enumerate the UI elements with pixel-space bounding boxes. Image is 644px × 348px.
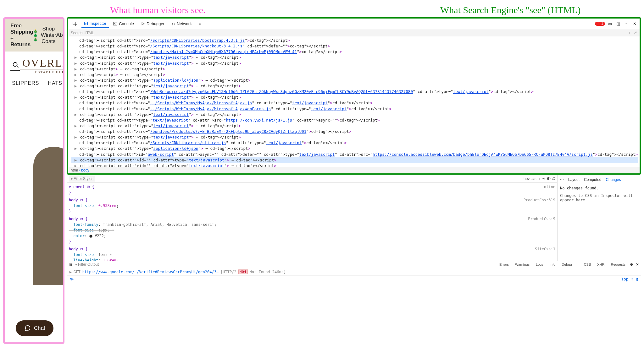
- promo-link-about[interactable]: About: [56, 32, 64, 38]
- tab-computed[interactable]: Computed: [584, 177, 601, 182]
- inspector-picker-icon[interactable]: [70, 20, 80, 27]
- filter-requests[interactable]: Requests: [609, 262, 627, 267]
- search-html-input[interactable]: Search HTML: [71, 31, 94, 35]
- website-panel: Free Shipping + Returns 🎄🌲🎄 Shop Winter …: [3, 17, 64, 344]
- brand-logo[interactable]: OVERLAND ESTABLISHED 1973: [20, 57, 64, 74]
- dom-breadcrumb[interactable]: html › body: [68, 167, 640, 173]
- chat-button[interactable]: Chat: [16, 320, 53, 336]
- caption-human: What human visitors see.: [110, 5, 205, 15]
- filter-xhr[interactable]: XHR: [595, 262, 606, 267]
- tab-changes[interactable]: Changes: [606, 177, 621, 182]
- svg-point-0: [13, 62, 17, 66]
- svg-marker-12: [142, 22, 144, 25]
- devtools-tabs: Inspector Console Debugger ↑↓ Network » …: [68, 19, 640, 29]
- console-log-row[interactable]: ▶ GET https://www.google.com/_/VerifiedR…: [67, 268, 641, 275]
- nav-slippers[interactable]: SLIPPERS: [12, 80, 39, 97]
- search-box[interactable]: [10, 60, 20, 71]
- execution-context[interactable]: Top: [621, 277, 628, 281]
- tree-icon: 🎄🌲🎄: [33, 29, 38, 41]
- expand-icon[interactable]: ⤢: [634, 30, 637, 35]
- tab-console[interactable]: Console: [111, 20, 136, 27]
- devtools-panel: Inspector Console Debugger ↑↓ Network » …: [67, 17, 641, 344]
- clear-console-icon[interactable]: 🗑: [69, 262, 73, 267]
- changes-hint-text: Changes to CSS in Inspector will appear …: [560, 193, 638, 202]
- promo-bar: Free Shipping + Returns 🎄🌲🎄 Shop Winter …: [5, 19, 63, 52]
- console-prompt[interactable]: ≫: [69, 277, 74, 281]
- filter-styles-input[interactable]: ▾ Filter Styles: [69, 176, 95, 182]
- close-devtools-icon[interactable]: ✕: [632, 21, 638, 26]
- filter-output-input[interactable]: Filter Output: [78, 262, 99, 267]
- filter-debug[interactable]: Debug: [560, 262, 574, 267]
- chat-icon: [24, 325, 31, 332]
- css-rules-pane[interactable]: inlineelement ⧉ {}ProductCss:319body ⧉ {…: [67, 183, 557, 261]
- svg-line-1: [17, 66, 19, 68]
- tab-inspector[interactable]: Inspector: [81, 20, 109, 28]
- console-url: https://www.google.com/_/VerifiedReviews…: [82, 270, 219, 274]
- main-nav: WOMEN MEN COATS & JACKETS BOOTS SLIPPERS…: [5, 75, 63, 103]
- dock-icon[interactable]: ◫: [615, 21, 621, 26]
- tab-layout[interactable]: Layout: [568, 177, 580, 182]
- console-close-icon[interactable]: ✕: [636, 262, 639, 267]
- caption-seo: What Search Engine's "see" (HTML): [440, 5, 580, 15]
- split-console-icon[interactable]: ▯: [636, 277, 638, 281]
- new-node-icon[interactable]: ＋: [628, 30, 631, 35]
- search-icon[interactable]: [12, 62, 19, 69]
- filter-warnings[interactable]: Warnings: [513, 262, 531, 267]
- filter-logs[interactable]: Logs: [534, 262, 545, 267]
- filter-info[interactable]: Info: [548, 262, 557, 267]
- tab-network[interactable]: ↑↓ Network: [169, 20, 194, 27]
- nav-hats[interactable]: HATS: [48, 80, 62, 97]
- filter-errors[interactable]: Errors: [497, 262, 511, 267]
- http-status-badge: 404: [238, 269, 248, 274]
- right-tabs-more[interactable]: ⋯: [560, 177, 564, 182]
- filter-css[interactable]: CSS: [582, 262, 593, 267]
- free-shipping-text: Free Shipping + Returns: [10, 23, 33, 48]
- console-settings-icon[interactable]: ⚙: [630, 262, 633, 267]
- tabs-overflow[interactable]: »: [196, 20, 203, 27]
- tab-debugger[interactable]: Debugger: [138, 20, 167, 27]
- html-source-tree[interactable]: cd-tag"><script cd-attr">src="/Scripts/C…: [68, 36, 640, 167]
- more-menu-icon[interactable]: ⋯: [623, 21, 630, 26]
- promo-center-link[interactable]: Shop Winter Coats: [41, 26, 56, 45]
- responsive-mode-icon[interactable]: ▭: [607, 21, 613, 26]
- styles-toolbar[interactable]: :hov .cls ＋ ☀ ◐ 🖨: [523, 176, 555, 182]
- no-changes-text: No changes found.: [560, 186, 638, 190]
- error-count-badge[interactable]: ❗1: [595, 22, 605, 26]
- svg-rect-8: [84, 22, 87, 25]
